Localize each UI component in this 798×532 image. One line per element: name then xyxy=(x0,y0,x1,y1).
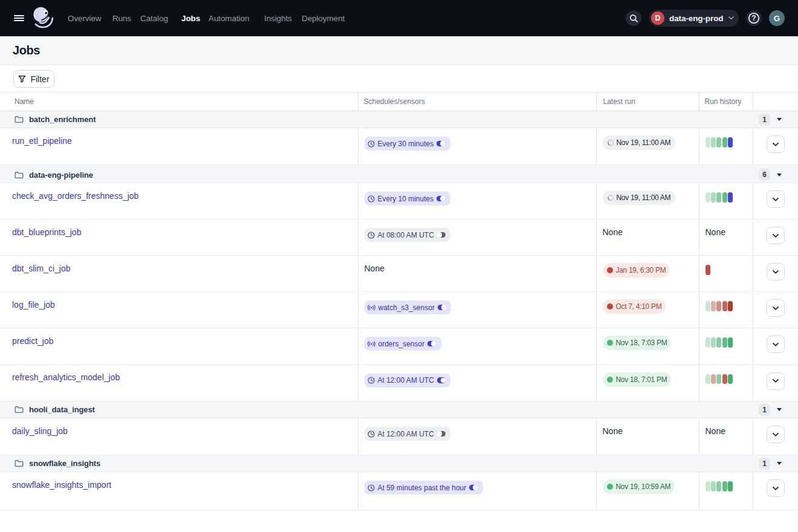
svg-text:?: ? xyxy=(751,14,756,22)
